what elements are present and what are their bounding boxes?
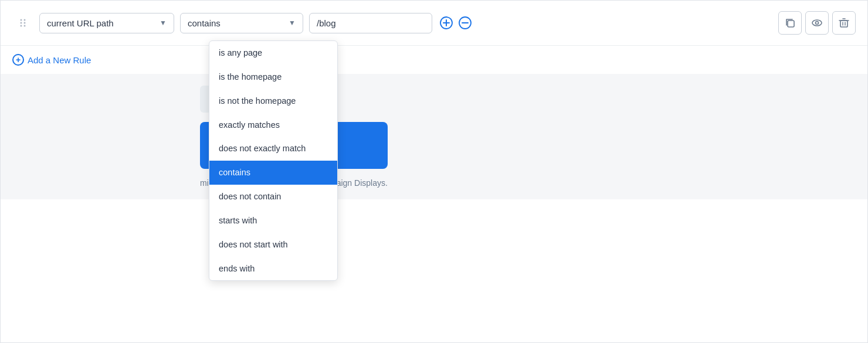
svg-point-4 bbox=[21, 25, 22, 27]
value-input[interactable] bbox=[309, 13, 432, 33]
dropdown-item-exactly-matches[interactable]: exactly matches bbox=[209, 113, 337, 137]
condition-label: contains bbox=[188, 18, 221, 28]
svg-rect-11 bbox=[788, 21, 794, 27]
preview-button[interactable] bbox=[805, 11, 829, 35]
remove-condition-button[interactable] bbox=[457, 15, 473, 31]
condition-select[interactable]: contains ▼ bbox=[180, 13, 303, 33]
action-buttons bbox=[778, 11, 856, 35]
url-path-label: current URL path bbox=[47, 18, 114, 28]
add-rule-label: Add a New Rule bbox=[28, 55, 91, 65]
svg-point-13 bbox=[816, 22, 819, 25]
condition-chevron-icon: ▼ bbox=[289, 19, 296, 27]
add-rule-plus-icon: + bbox=[12, 54, 24, 66]
copy-button[interactable] bbox=[778, 11, 802, 35]
svg-point-5 bbox=[24, 25, 26, 27]
add-remove-group bbox=[438, 15, 473, 31]
dropdown-item-ends-with[interactable]: ends with bbox=[209, 257, 337, 281]
drag-handle-icon[interactable] bbox=[12, 12, 33, 33]
content-area: + + Add a New Group DONE? Go To Actions … bbox=[1, 74, 867, 199]
svg-point-1 bbox=[24, 19, 26, 21]
svg-point-2 bbox=[21, 22, 22, 24]
svg-rect-14 bbox=[840, 21, 847, 27]
dropdown-item-is-not-the-homepage[interactable]: is not the homepage bbox=[209, 89, 337, 113]
dropdown-item-does-not-contain[interactable]: does not contain bbox=[209, 185, 337, 209]
dropdown-item-does-not-exactly-match[interactable]: does not exactly match bbox=[209, 137, 337, 161]
url-path-chevron-icon: ▼ bbox=[160, 19, 167, 27]
svg-point-12 bbox=[812, 20, 822, 26]
main-container: current URL path ▼ contains ▼ bbox=[0, 0, 868, 343]
delete-button[interactable] bbox=[832, 11, 856, 35]
dropdown-item-does-not-start-with[interactable]: does not start with bbox=[209, 233, 337, 257]
add-new-rule-link[interactable]: + Add a New Rule bbox=[1, 46, 867, 74]
svg-point-0 bbox=[21, 19, 22, 21]
dropdown-item-contains[interactable]: contains bbox=[209, 161, 337, 185]
dropdown-item-starts-with[interactable]: starts with bbox=[209, 209, 337, 233]
dropdown-item-is-the-homepage[interactable]: is the homepage bbox=[209, 65, 337, 89]
condition-dropdown: is any page is the homepage is not the h… bbox=[209, 40, 338, 281]
svg-point-3 bbox=[24, 22, 26, 24]
url-path-select[interactable]: current URL path ▼ bbox=[39, 13, 174, 33]
add-condition-button[interactable] bbox=[438, 15, 455, 31]
dropdown-item-is-any-page[interactable]: is any page bbox=[209, 41, 337, 65]
rule-row: current URL path ▼ contains ▼ bbox=[1, 1, 867, 46]
